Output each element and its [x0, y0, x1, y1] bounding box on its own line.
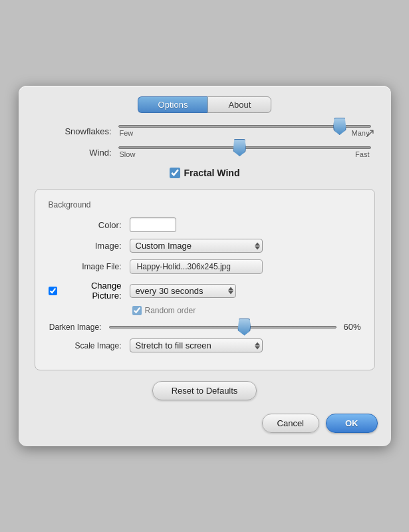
scale-image-label: Scale Image:	[49, 341, 122, 350]
tab-options[interactable]: Options	[138, 96, 208, 113]
wind-row: Wind: Slow Fast	[32, 146, 378, 158]
wind-slider[interactable]	[118, 146, 371, 149]
snowflakes-label: Snowflakes:	[39, 126, 112, 136]
image-label: Image:	[49, 241, 122, 251]
fractal-wind-checkbox[interactable]	[170, 168, 180, 178]
image-select[interactable]: Custom Image None Desktop	[130, 239, 263, 253]
wind-label: Wind:	[39, 148, 112, 158]
fractal-wind-row: Fractal Wind	[32, 168, 378, 178]
snowflakes-max-label: Many	[352, 129, 370, 137]
random-order-row: Random order	[49, 306, 361, 315]
image-file-row: Image File: Happy-Holid...306x245.jpg	[49, 259, 361, 274]
color-picker-button[interactable]	[130, 217, 176, 232]
darken-image-value: 60%	[343, 322, 360, 332]
scale-select[interactable]: Stretch to fill screen Fit to screen Cen…	[130, 338, 263, 352]
darken-image-slider[interactable]	[109, 326, 337, 329]
wind-slider-wrapper: Slow Fast	[118, 146, 371, 158]
background-panel: Background Color: Image: Custom Image No…	[35, 189, 375, 370]
interval-select[interactable]: every 30 seconds every 1 minute every 5 …	[130, 284, 236, 298]
tab-bar: Options About	[32, 96, 378, 113]
image-row: Image: Custom Image None Desktop	[49, 239, 361, 253]
wind-min-label: Slow	[120, 150, 136, 158]
random-order-label: Random order	[145, 306, 196, 315]
image-select-wrapper: Custom Image None Desktop	[130, 239, 263, 253]
change-picture-label-area: Change Picture:	[49, 281, 122, 301]
interval-select-wrapper: every 30 seconds every 1 minute every 5 …	[130, 284, 236, 298]
darken-image-row: Darken Image: 60%	[49, 322, 361, 332]
scale-select-wrapper: Stretch to fill screen Fit to screen Cen…	[130, 338, 263, 352]
snowflakes-min-label: Few	[120, 129, 134, 137]
scale-image-row: Scale Image: Stretch to fill screen Fit …	[49, 338, 361, 352]
tab-about[interactable]: About	[207, 96, 271, 113]
ok-button[interactable]: OK	[326, 414, 378, 433]
cancel-button[interactable]: Cancel	[262, 414, 319, 433]
change-picture-checkbox[interactable]	[49, 287, 57, 295]
snowflakes-row: Snowflakes: Few Many	[32, 125, 378, 137]
color-row: Color:	[49, 217, 361, 232]
background-title: Background	[49, 200, 361, 209]
change-picture-row: Change Picture: every 30 seconds every 1…	[49, 281, 361, 301]
snowflakes-slider-wrapper: Few Many	[118, 125, 371, 137]
bottom-buttons: Cancel OK	[32, 411, 378, 433]
wind-max-label: Fast	[355, 150, 369, 158]
color-label: Color:	[49, 220, 122, 230]
preferences-window: Options About ↗ Snowflakes: Few Many Win…	[19, 86, 391, 446]
image-file-label: Image File:	[49, 262, 122, 271]
fractal-wind-label: Fractal Wind	[184, 168, 240, 178]
change-picture-label: Change Picture:	[60, 281, 122, 301]
reset-defaults-button[interactable]: Reset to Defaults	[152, 381, 257, 400]
image-file-button[interactable]: Happy-Holid...306x245.jpg	[130, 259, 263, 274]
darken-image-label: Darken Image:	[49, 323, 102, 332]
snowflakes-slider[interactable]	[118, 125, 371, 128]
random-order-checkbox[interactable]	[132, 306, 142, 315]
